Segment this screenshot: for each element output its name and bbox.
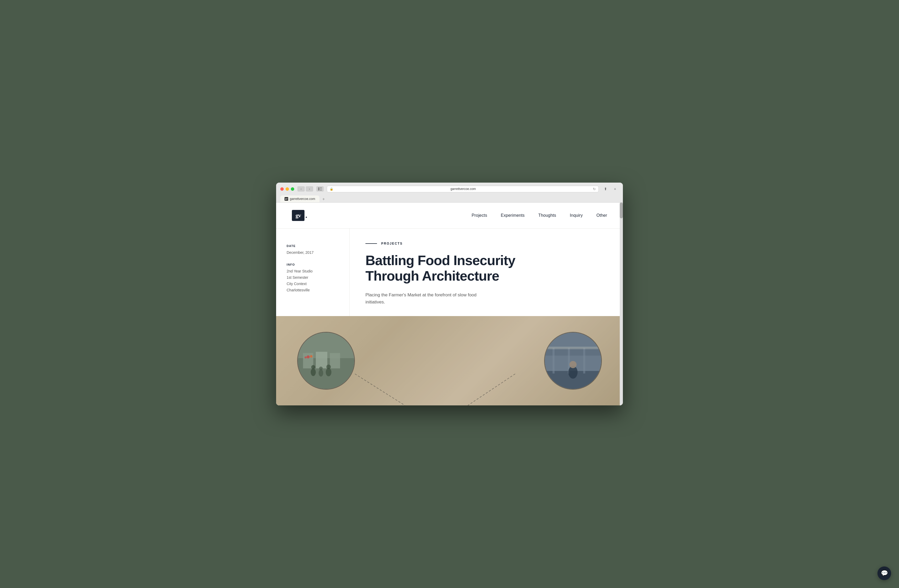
- main-content: PROJECTS Battling Food Insecurity Throug…: [350, 228, 623, 316]
- page-content: gv . Projects Experiments Thoughts Inqui…: [276, 202, 623, 406]
- logo-box: gv: [292, 210, 304, 221]
- svg-point-9: [311, 369, 316, 376]
- minimize-button[interactable]: [286, 187, 289, 191]
- svg-point-15: [307, 355, 310, 359]
- active-tab[interactable]: gv garrettvercoe.com: [280, 196, 320, 202]
- traffic-lights: [280, 187, 294, 191]
- svg-rect-2: [320, 189, 322, 189]
- share-button[interactable]: ⬆: [602, 186, 609, 191]
- info-label: INFO: [287, 263, 339, 266]
- svg-rect-21: [553, 348, 555, 373]
- info-line-1: 2nd Year Studio: [287, 268, 339, 275]
- nav-inquiry[interactable]: Inquiry: [570, 213, 583, 218]
- sidebar: DATE December, 2017 INFO 2nd Year Studio…: [276, 228, 350, 316]
- nav-links: Projects Experiments Thoughts Inquiry Ot…: [471, 213, 607, 218]
- circle-image-left: [297, 332, 355, 390]
- reload-button[interactable]: ↻: [593, 187, 596, 191]
- circle-image-right: [544, 332, 602, 390]
- new-tab-button[interactable]: +: [321, 196, 327, 202]
- scrollbar-thumb[interactable]: [620, 202, 623, 218]
- svg-point-17: [304, 357, 307, 359]
- nav-projects[interactable]: Projects: [471, 213, 487, 218]
- svg-point-10: [311, 365, 315, 369]
- chat-widget[interactable]: 💬: [877, 566, 891, 580]
- svg-rect-7: [316, 352, 327, 368]
- svg-point-11: [319, 370, 323, 377]
- logo-dot: .: [305, 211, 307, 220]
- lock-icon: 🔒: [330, 187, 334, 191]
- close-button[interactable]: [280, 187, 284, 191]
- section-label-wrap: PROJECTS: [365, 242, 607, 245]
- browser-chrome: ‹ › 🔒 garrettvercoe.com ↻ ⬆ + gv garrett…: [276, 183, 623, 202]
- svg-rect-23: [583, 348, 585, 373]
- date-section: DATE December, 2017: [287, 244, 339, 256]
- svg-rect-1: [320, 187, 322, 188]
- info-section: INFO 2nd Year Studio 1st Semester City C…: [287, 263, 339, 293]
- svg-point-14: [326, 365, 331, 369]
- chat-icon: 💬: [881, 570, 888, 577]
- url-text: garrettvercoe.com: [335, 187, 592, 191]
- svg-rect-0: [318, 187, 320, 190]
- site-navigation: gv . Projects Experiments Thoughts Inqui…: [276, 202, 623, 228]
- nav-experiments[interactable]: Experiments: [501, 213, 525, 218]
- page-title: Battling Food Insecurity Through Archite…: [365, 253, 528, 284]
- address-bar[interactable]: 🔒 garrettvercoe.com ↻: [327, 186, 599, 192]
- svg-point-16: [310, 355, 313, 358]
- browser-body: gv . Projects Experiments Thoughts Inqui…: [276, 202, 623, 406]
- scrollbar[interactable]: [620, 202, 623, 406]
- page-subtitle: Placing the Farmer's Market at the foref…: [365, 292, 491, 306]
- add-tab-button[interactable]: +: [611, 186, 619, 191]
- svg-point-25: [569, 361, 576, 368]
- forward-button[interactable]: ›: [306, 186, 313, 191]
- section-label: PROJECTS: [381, 242, 403, 245]
- site-logo[interactable]: gv .: [292, 210, 307, 221]
- hero-image-section: [276, 316, 623, 405]
- date-value: December, 2017: [287, 250, 339, 256]
- svg-point-13: [326, 368, 331, 377]
- svg-rect-26: [545, 347, 601, 349]
- circle-inner-left: [298, 333, 354, 389]
- nav-thoughts[interactable]: Thoughts: [538, 213, 556, 218]
- info-line-2: 1st Semester: [287, 275, 339, 281]
- svg-rect-8: [330, 353, 340, 368]
- svg-point-12: [319, 367, 323, 370]
- main-layout: DATE December, 2017 INFO 2nd Year Studio…: [276, 228, 623, 316]
- info-line-4: Charlottesville: [287, 287, 339, 293]
- nav-other[interactable]: Other: [596, 213, 607, 218]
- section-line: [365, 243, 377, 244]
- browser-window: ‹ › 🔒 garrettvercoe.com ↻ ⬆ + gv garrett…: [276, 183, 623, 406]
- tab-favicon: gv: [284, 197, 288, 201]
- maximize-button[interactable]: [291, 187, 294, 191]
- sidebar-toggle-button[interactable]: [316, 186, 324, 191]
- svg-rect-3: [320, 190, 322, 190]
- info-line-3: City Context: [287, 281, 339, 287]
- back-button[interactable]: ‹: [297, 186, 305, 191]
- circle-inner-right: [545, 333, 601, 389]
- tab-title: garrettvercoe.com: [290, 197, 315, 201]
- date-label: DATE: [287, 244, 339, 247]
